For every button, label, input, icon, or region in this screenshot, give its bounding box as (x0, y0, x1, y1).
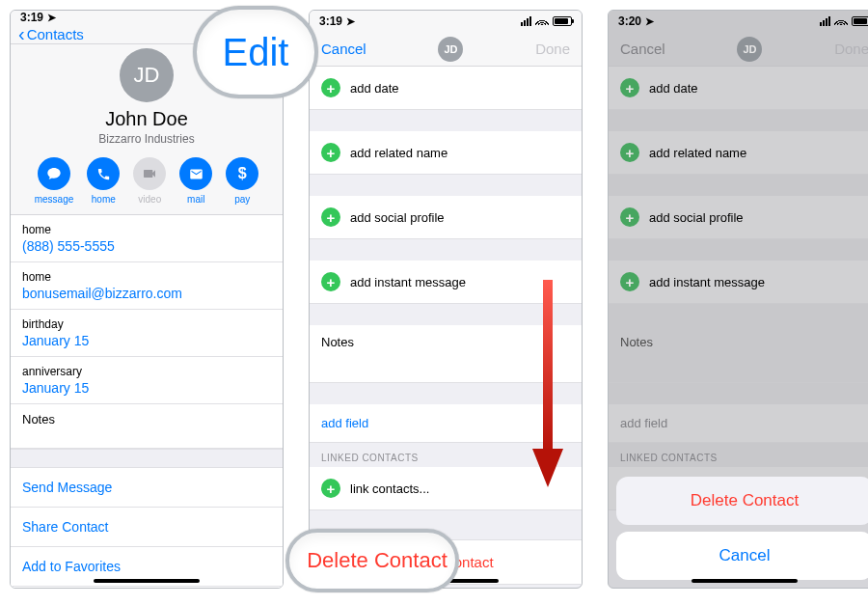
add-date-label: add date (649, 81, 698, 96)
status-bar: 3:20 ➤ (609, 11, 868, 32)
wifi-icon (535, 14, 549, 28)
link-contacts-label: link contacts... (350, 481, 429, 496)
status-time: 3:19 (20, 11, 43, 24)
location-icon: ➤ (47, 12, 56, 24)
add-im-row: + add instant message (609, 261, 868, 304)
wifi-icon (834, 14, 848, 28)
cancel-button[interactable]: Cancel (321, 41, 366, 57)
avatar[interactable]: JD (120, 48, 174, 102)
status-time: 3:20 (618, 14, 641, 28)
birthday-value: January 15 (22, 333, 271, 348)
add-social-row: + add social profile (609, 196, 868, 239)
avatar-small: JD (737, 37, 762, 62)
action-sheet: Delete Contact Cancel (616, 477, 868, 580)
video-icon (133, 157, 166, 190)
phone-contact-card: 3:19 ➤ ‹ Contacts JD John Doe Bizzarro I… (10, 10, 284, 589)
notes-field[interactable]: Notes (310, 325, 582, 383)
plus-icon: + (321, 207, 340, 227)
battery-icon (553, 16, 572, 26)
add-field-row[interactable]: add field (310, 404, 582, 443)
phone-edit-contact: 3:19 ➤ Cancel JD Done + add date + add r… (309, 10, 583, 589)
plus-icon: + (321, 143, 340, 162)
location-icon: ➤ (346, 15, 355, 28)
mail-button[interactable]: mail (179, 157, 212, 205)
location-icon: ➤ (645, 15, 654, 28)
add-social-label: add social profile (350, 210, 445, 225)
phone-row[interactable]: home (888) 555-5555 (11, 215, 283, 262)
contact-fields: home (888) 555-5555 home bonusemail@bizz… (11, 215, 283, 589)
edit-form: + add date + add related name + add soci… (310, 67, 582, 588)
anniversary-row[interactable]: anniversary January 15 (11, 357, 283, 404)
status-bar: 3:19 ➤ (11, 11, 283, 24)
add-im-row[interactable]: + add instant message (310, 261, 582, 304)
chevron-left-icon: ‹ (18, 24, 25, 43)
add-date-row[interactable]: + add date (310, 67, 582, 110)
mail-label: mail (187, 194, 204, 205)
add-related-label: add related name (350, 146, 448, 160)
avatar-small[interactable]: JD (438, 37, 463, 62)
anniversary-value: January 15 (22, 380, 271, 396)
home-indicator[interactable] (692, 579, 798, 583)
battery-icon (254, 13, 273, 22)
back-label: Contacts (27, 26, 84, 42)
plus-icon: + (321, 479, 340, 498)
email-label: home (22, 270, 271, 284)
phone-delete-sheet: 3:20 ➤ Cancel JD Done + add date + add r… (608, 10, 868, 589)
call-home-button[interactable]: home (87, 157, 120, 205)
add-field-label: add field (321, 416, 368, 430)
pay-button[interactable]: $ pay (226, 157, 258, 205)
add-im-label: add instant message (350, 275, 466, 289)
sheet-delete-button[interactable]: Delete Contact (616, 477, 868, 525)
birthday-label: birthday (22, 317, 271, 331)
birthday-row[interactable]: birthday January 15 (11, 310, 283, 357)
phone-label: home (22, 223, 271, 236)
link-contacts-row[interactable]: + link contacts... (310, 467, 582, 510)
message-label: message (35, 194, 74, 205)
contact-header: JD John Doe Bizzarro Industries message … (11, 44, 283, 215)
status-bar: 3:19 ➤ (310, 11, 582, 32)
phone-value: (888) 555-5555 (22, 238, 271, 254)
notes-label: Notes (321, 335, 354, 349)
delete-contact-row[interactable]: Delete Contact (310, 539, 582, 585)
video-button: video (133, 157, 166, 205)
add-emergency-link[interactable]: Add to Emergency Contacts (11, 587, 283, 589)
sheet-cancel-button[interactable]: Cancel (616, 532, 868, 580)
plus-icon: + (620, 272, 639, 291)
notes-label: Notes (620, 335, 653, 349)
add-date-label: add date (350, 81, 399, 96)
contact-name: John Doe (11, 108, 283, 130)
linked-contacts-header: LINKED CONTACTS (310, 443, 582, 467)
plus-icon: + (620, 143, 639, 162)
add-field-label: add field (620, 416, 667, 430)
cell-signal-icon (521, 16, 531, 26)
anniversary-label: anniversary (22, 365, 271, 378)
add-related-row[interactable]: + add related name (310, 131, 582, 175)
message-button[interactable]: message (35, 157, 74, 205)
add-related-row: + add related name (609, 131, 868, 175)
email-row[interactable]: home bonusemail@bizzarro.com (11, 262, 283, 310)
plus-icon: + (620, 78, 639, 97)
edit-nav-bar: Cancel JD Done (609, 32, 868, 67)
back-contacts-button[interactable]: ‹ Contacts (18, 24, 84, 43)
share-contact-link[interactable]: Share Contact (11, 508, 283, 547)
wifi-icon (236, 11, 250, 24)
add-social-row[interactable]: + add social profile (310, 196, 582, 239)
home-indicator[interactable] (393, 579, 499, 583)
send-message-link[interactable]: Send Message (11, 468, 283, 508)
pay-icon: $ (226, 157, 258, 190)
phone-icon (87, 157, 120, 190)
status-time: 3:19 (319, 14, 342, 28)
done-button: Done (834, 41, 868, 57)
notes-row[interactable]: Notes (11, 404, 283, 449)
add-related-label: add related name (649, 146, 746, 160)
mail-icon (179, 157, 212, 190)
home-indicator[interactable] (94, 579, 200, 583)
plus-icon: + (321, 272, 340, 291)
cell-signal-icon (820, 16, 830, 26)
video-label: video (138, 194, 161, 205)
add-im-label: add instant message (649, 275, 765, 289)
plus-icon: + (321, 78, 340, 97)
done-button[interactable]: Done (535, 41, 570, 57)
notes-label: Notes (22, 412, 271, 426)
nav-bar: ‹ Contacts (11, 24, 283, 44)
